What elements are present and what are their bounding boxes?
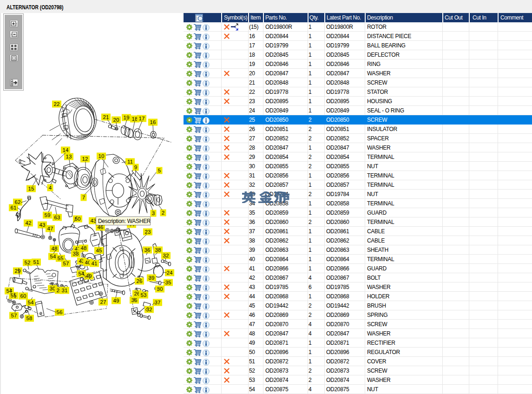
svg-text:33: 33 — [73, 251, 79, 256]
svg-text:16: 16 — [150, 119, 156, 125]
svg-text:56: 56 — [57, 309, 63, 315]
svg-text:53: 53 — [141, 292, 147, 298]
svg-text:4: 4 — [49, 185, 52, 190]
svg-text:11: 11 — [127, 159, 133, 164]
svg-text:5: 5 — [158, 168, 161, 173]
svg-text:48: 48 — [52, 246, 58, 251]
svg-text:21: 21 — [103, 114, 109, 120]
svg-text:51: 51 — [33, 259, 39, 265]
svg-text:46: 46 — [98, 224, 104, 230]
svg-text:60: 60 — [20, 293, 26, 299]
svg-text:42: 42 — [26, 220, 32, 226]
svg-text:31: 31 — [62, 288, 68, 293]
svg-text:20: 20 — [113, 117, 119, 123]
svg-text:2: 2 — [162, 210, 164, 216]
svg-text:45: 45 — [96, 248, 102, 253]
svg-text:9: 9 — [134, 164, 137, 170]
svg-text:24: 24 — [167, 270, 173, 276]
svg-text:55: 55 — [11, 293, 17, 298]
svg-text:29: 29 — [15, 268, 21, 274]
svg-text:18: 18 — [132, 116, 138, 122]
svg-text:14: 14 — [63, 147, 69, 153]
svg-text:54: 54 — [50, 254, 56, 259]
svg-text:3: 3 — [152, 210, 155, 216]
svg-text:15: 15 — [28, 186, 34, 191]
svg-text:48: 48 — [81, 245, 87, 251]
svg-text:12: 12 — [82, 156, 88, 162]
svg-text:59: 59 — [45, 212, 51, 218]
svg-text:41: 41 — [92, 261, 98, 266]
svg-text:57: 57 — [11, 313, 17, 318]
svg-text:35: 35 — [165, 280, 171, 285]
svg-text:58: 58 — [26, 315, 33, 321]
svg-text:30: 30 — [157, 286, 163, 292]
svg-text:26: 26 — [137, 278, 143, 284]
svg-text:36: 36 — [144, 247, 151, 253]
svg-text:10: 10 — [99, 153, 105, 159]
svg-text:23: 23 — [145, 229, 151, 235]
svg-text:19: 19 — [124, 115, 130, 120]
svg-text:30: 30 — [50, 286, 56, 291]
svg-text:27: 27 — [100, 299, 106, 305]
svg-text:38: 38 — [155, 247, 161, 253]
svg-text:47: 47 — [47, 226, 53, 231]
svg-text:37: 37 — [155, 300, 161, 305]
svg-text:57: 57 — [63, 261, 69, 266]
svg-text:17: 17 — [139, 116, 145, 121]
svg-text:52: 52 — [25, 260, 31, 265]
svg-text:62: 62 — [15, 199, 21, 205]
svg-text:49: 49 — [113, 298, 119, 303]
svg-text:63: 63 — [54, 215, 60, 220]
svg-text:13: 13 — [66, 154, 72, 159]
svg-text:7: 7 — [82, 195, 85, 200]
svg-text:43: 43 — [39, 222, 46, 228]
svg-text:54: 54 — [28, 300, 34, 305]
svg-text:32: 32 — [146, 307, 152, 312]
svg-text:32: 32 — [163, 253, 169, 258]
svg-text:22: 22 — [54, 101, 60, 107]
svg-text:61: 61 — [11, 205, 17, 210]
